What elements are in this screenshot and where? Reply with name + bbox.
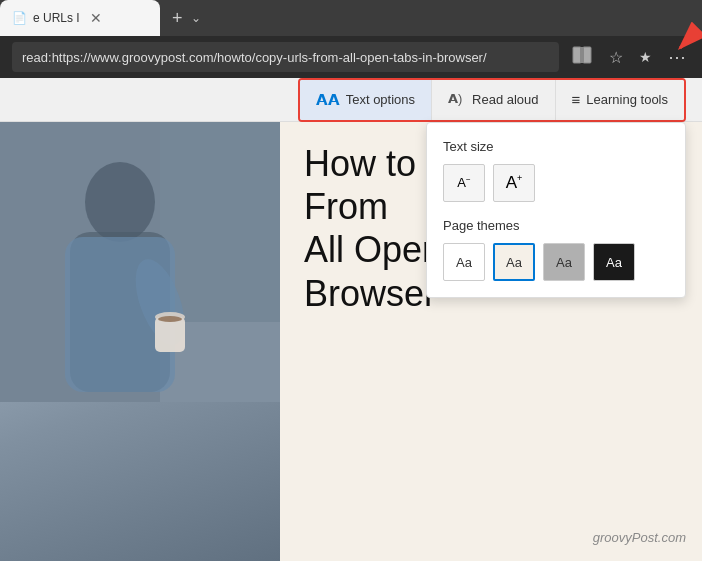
active-tab[interactable]: 📄 e URLs I ✕ — [0, 0, 160, 36]
reader-toolbar-buttons: 𝗔𝗔 Text options 𝗔) Read aloud ≡ Learning… — [298, 78, 686, 122]
read-aloud-button[interactable]: 𝗔) Read aloud — [432, 80, 556, 120]
immersive-reader-icon[interactable] — [567, 40, 597, 75]
text-size-increase-button[interactable]: A+ — [493, 164, 535, 202]
text-options-label: Text options — [346, 92, 415, 107]
tab-dropdown-button[interactable]: ⌄ — [191, 11, 201, 25]
theme-white-button[interactable]: Aa — [443, 243, 485, 281]
text-size-decrease-button[interactable]: A− — [443, 164, 485, 202]
page-themes-controls: Aa Aa Aa Aa — [443, 243, 669, 281]
learning-tools-button[interactable]: ≡ Learning tools — [556, 80, 684, 120]
learning-tools-label: Learning tools — [586, 92, 668, 107]
favorites-bar-icon[interactable]: ★ — [635, 45, 656, 69]
svg-rect-0 — [573, 47, 581, 63]
svg-point-8 — [85, 162, 155, 242]
svg-rect-12 — [155, 317, 185, 352]
reader-toolbar: 𝗔𝗔 Text options 𝗔) Read aloud ≡ Learning… — [0, 78, 702, 122]
theme-dark-button[interactable]: Aa — [593, 243, 635, 281]
learning-tools-icon: ≡ — [572, 91, 581, 108]
address-input[interactable] — [12, 42, 559, 72]
theme-gray-button[interactable]: Aa — [543, 243, 585, 281]
svg-rect-1 — [583, 47, 591, 63]
svg-rect-2 — [580, 47, 584, 63]
tab-close-button[interactable]: ✕ — [90, 10, 102, 26]
text-size-heading: Text size — [443, 139, 669, 154]
tab-bar: 📄 e URLs I ✕ + ⌄ — [0, 0, 702, 36]
article-image — [0, 122, 280, 561]
theme-light-button[interactable]: Aa — [493, 243, 535, 281]
text-options-button[interactable]: 𝗔𝗔 Text options — [300, 80, 432, 120]
new-tab-button[interactable]: + — [168, 4, 187, 33]
settings-icon[interactable]: ⋯ — [664, 42, 690, 72]
read-aloud-label: Read aloud — [472, 92, 539, 107]
tab-title: e URLs I — [33, 11, 80, 25]
site-watermark: groovyPost.com — [593, 530, 686, 545]
read-aloud-icon: 𝗔) — [448, 89, 466, 110]
svg-text:𝗔): 𝗔) — [448, 91, 462, 106]
text-increase-icon: A+ — [506, 173, 523, 193]
text-size-controls: A− A+ — [443, 164, 669, 202]
svg-rect-6 — [160, 122, 280, 322]
person-silhouette — [0, 122, 280, 402]
bookmark-icon[interactable]: ☆ — [605, 44, 627, 71]
page-themes-heading: Page themes — [443, 218, 669, 233]
tab-favicon: 📄 — [12, 11, 27, 25]
text-decrease-icon: A− — [457, 175, 470, 190]
text-options-panel: Text size A− A+ Page themes Aa Aa Aa Aa — [426, 122, 686, 298]
svg-point-14 — [158, 316, 182, 322]
address-bar: ☆ ★ ⋯ — [0, 36, 702, 78]
text-options-icon: 𝗔𝗔 — [316, 91, 340, 109]
